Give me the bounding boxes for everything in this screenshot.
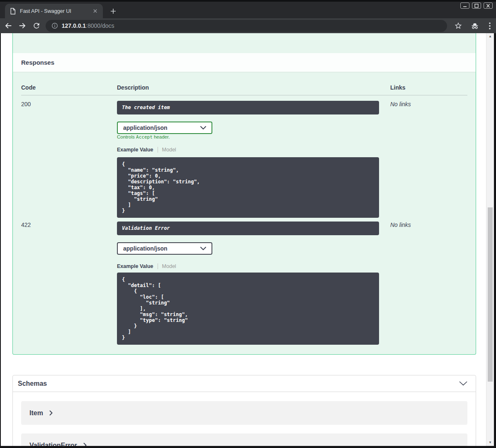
menu-icon[interactable] bbox=[484, 19, 496, 32]
response-row-200: 200 The created item application/json Co… bbox=[21, 95, 467, 218]
schemas-section: Schemas Item ValidationError bbox=[12, 375, 476, 446]
responses-section-header: Responses bbox=[13, 53, 476, 72]
media-type-select[interactable]: application/json bbox=[117, 122, 212, 134]
tab-example-value[interactable]: Example Value bbox=[117, 263, 153, 269]
bookmark-star-icon[interactable] bbox=[452, 19, 464, 32]
page-favicon-icon bbox=[10, 8, 16, 15]
page-scrollbar[interactable]: ▲ ▼ bbox=[486, 33, 494, 446]
url-path: :8000/docs bbox=[86, 22, 114, 29]
scrollbar-thumb[interactable] bbox=[488, 207, 493, 382]
incognito-icon bbox=[469, 19, 481, 32]
example-model-tabs: Example Value Model bbox=[117, 263, 390, 270]
accept-header-hint: Controls Accept header. bbox=[117, 134, 390, 140]
url-host: 127.0.0.1 bbox=[62, 22, 86, 29]
url-text: 127.0.0.1:8000/docs bbox=[62, 22, 114, 29]
chevron-down-icon bbox=[200, 247, 206, 250]
scroll-up-arrow[interactable]: ▲ bbox=[486, 34, 494, 39]
col-header-code: Code bbox=[21, 84, 117, 91]
site-info-icon[interactable] bbox=[51, 22, 58, 29]
model-item[interactable]: Item bbox=[21, 401, 467, 425]
tab-bar: Fast API - Swagger UI bbox=[0, 2, 496, 18]
model-name: ValidationError bbox=[29, 442, 77, 446]
panel-spacer bbox=[13, 33, 476, 53]
response-description: The created item bbox=[117, 101, 379, 114]
chevron-down-icon bbox=[200, 126, 206, 129]
media-type-value: application/json bbox=[123, 245, 168, 252]
media-type-select[interactable]: application/json bbox=[117, 242, 212, 255]
new-tab-button[interactable] bbox=[109, 7, 118, 16]
links-value: No links bbox=[390, 222, 467, 345]
response-code: 200 bbox=[21, 101, 117, 218]
tab-close-icon[interactable] bbox=[91, 7, 99, 15]
tab-example-value[interactable]: Example Value bbox=[117, 147, 153, 153]
tab-model[interactable]: Model bbox=[162, 147, 176, 153]
browser-toolbar: 127.0.0.1:8000/docs bbox=[0, 18, 496, 33]
swagger-page: Responses Code Description Links 200 The… bbox=[1, 33, 486, 446]
scroll-down-arrow[interactable]: ▼ bbox=[486, 440, 494, 446]
tab-title: Fast API - Swagger UI bbox=[20, 8, 91, 14]
model-validationerror[interactable]: ValidationError bbox=[21, 433, 467, 446]
model-name: Item bbox=[29, 409, 43, 417]
chevron-right-icon bbox=[83, 443, 87, 446]
browser-tab[interactable]: Fast API - Swagger UI bbox=[5, 4, 103, 18]
responses-table-header: Code Description Links bbox=[21, 72, 467, 95]
example-json-200: { "name": "string", "price": 0, "descrip… bbox=[117, 157, 379, 218]
close-button[interactable] bbox=[484, 2, 493, 9]
tab-separator bbox=[158, 263, 158, 269]
minimize-button[interactable] bbox=[460, 2, 469, 9]
tab-model[interactable]: Model bbox=[162, 263, 176, 269]
example-model-tabs: Example Value Model bbox=[117, 146, 390, 153]
schemas-title: Schemas bbox=[18, 380, 47, 387]
back-button[interactable] bbox=[2, 20, 14, 32]
chevron-right-icon bbox=[49, 410, 53, 416]
address-bar[interactable]: 127.0.0.1:8000/docs bbox=[46, 20, 447, 32]
response-code: 422 bbox=[21, 222, 117, 345]
response-description: Validation Error bbox=[117, 222, 379, 235]
tab-separator bbox=[158, 147, 158, 153]
post-endpoint-panel: Responses Code Description Links 200 The… bbox=[12, 33, 476, 355]
media-type-value: application/json bbox=[123, 124, 168, 131]
col-header-description: Description bbox=[117, 84, 390, 91]
links-value: No links bbox=[390, 101, 467, 218]
schemas-body: Item ValidationError bbox=[13, 392, 476, 446]
maximize-button[interactable] bbox=[472, 2, 481, 9]
schemas-header[interactable]: Schemas bbox=[13, 375, 476, 392]
window-controls bbox=[460, 2, 493, 9]
forward-button[interactable] bbox=[17, 20, 28, 32]
example-json-422: { "detail": [ { "loc": [ "string" ], "ms… bbox=[117, 273, 379, 345]
col-header-links: Links bbox=[390, 84, 467, 91]
responses-table: Code Description Links 200 The created i… bbox=[13, 72, 476, 345]
chevron-down-icon[interactable] bbox=[459, 381, 467, 386]
response-row-422: 422 Validation Error application/json Ex… bbox=[21, 217, 467, 345]
reload-button[interactable] bbox=[31, 20, 42, 32]
responses-title: Responses bbox=[21, 59, 54, 66]
